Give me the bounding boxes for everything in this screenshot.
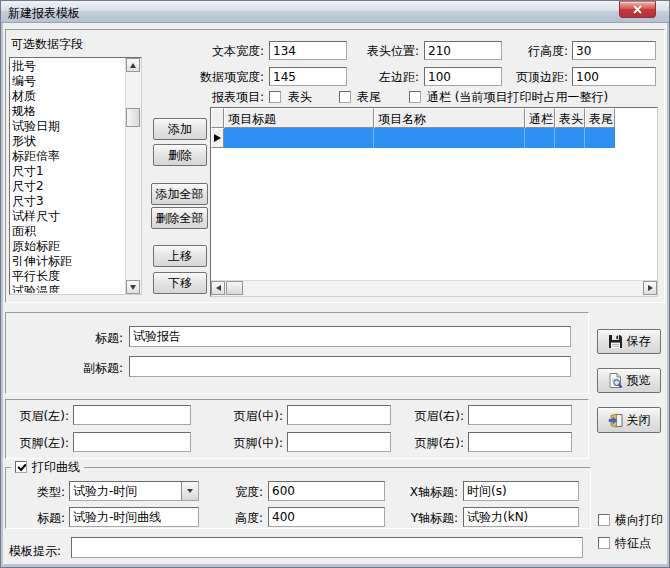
save-button[interactable]: 保存 [597,329,661,354]
feature-points-checkbox[interactable] [598,537,610,549]
curve-width-input[interactable] [268,481,385,501]
row-marker-cell [211,128,224,148]
report-items-grid[interactable]: 项目标题 项目名称 通栏 表头 表尾 [210,107,658,297]
curve-xaxis-input[interactable] [463,481,579,501]
top-margin-input[interactable] [572,67,656,86]
check-mark-icon [17,462,26,471]
field-list-item[interactable]: 材质 [12,89,125,104]
row-height-input[interactable] [572,41,656,60]
field-list-item[interactable]: 标距倍率 [12,149,125,164]
grid-cell-footer[interactable] [585,128,615,148]
fullrow-checkbox[interactable] [409,91,421,103]
grid-cell-fullrow[interactable] [525,128,555,148]
preview-icon [608,373,623,388]
available-fields-listbox[interactable]: 批号编号材质规格试验日期形状标距倍率尺寸1尺寸2尺寸3试样尺寸面积原始标距引伸计… [9,57,142,295]
field-list-item[interactable]: 尺寸2 [12,179,125,194]
field-list-item[interactable]: 形状 [12,134,125,149]
field-list-item[interactable]: 原始标距 [12,239,125,254]
page-header-left-input[interactable] [73,405,191,425]
header-pos-label: 表头位置: [353,44,419,58]
report-title-input[interactable] [129,326,571,347]
grid-scroll-thumb[interactable] [226,281,243,295]
scroll-down-button[interactable] [126,280,140,294]
add-button[interactable]: 添加 [153,118,207,140]
grid-cell-item-name[interactable] [374,128,525,148]
curve-type-label: 类型: [27,485,65,499]
landscape-print-checkbox[interactable] [598,514,610,526]
page-header-right-input[interactable] [468,405,572,425]
curve-title-input[interactable] [69,507,199,527]
grid-cell-header[interactable] [555,128,585,148]
text-width-input[interactable] [269,41,347,60]
save-button-label: 保存 [627,333,651,350]
field-list-item[interactable]: 编号 [12,74,125,89]
left-margin-input[interactable] [424,67,502,86]
remove-all-button[interactable]: 删除全部 [151,207,208,229]
move-down-button[interactable]: 下移 [153,272,207,294]
template-hint-label: 模板提示: [9,544,61,558]
grid-cell-item-title[interactable] [224,128,374,148]
window-frame-right [667,23,669,567]
print-curve-checkbox[interactable] [15,461,27,473]
page-footer-right-input[interactable] [468,432,572,452]
remove-all-button-label: 删除全部 [156,210,204,227]
page-footer-left-input[interactable] [73,432,191,452]
report-subtitle-input[interactable] [129,356,571,377]
field-list-item[interactable]: 规格 [12,104,125,119]
list-scrollbar[interactable] [125,58,141,294]
remove-button[interactable]: 删除 [153,144,207,166]
curve-title-label: 标题: [27,511,65,525]
header-checkbox-label: 表头 [288,90,312,104]
scroll-up-button[interactable] [126,58,140,72]
grid-header-item-title[interactable]: 项目标题 [224,108,374,128]
window-title: 新建报表模板 [8,5,80,22]
window-frame-left [1,23,3,567]
add-all-button[interactable]: 添加全部 [151,183,208,205]
print-curve-label: 打印曲线 [32,459,80,476]
field-list-item[interactable]: 引伸计标距 [12,254,125,269]
field-list-item[interactable]: 面积 [12,224,125,239]
grid-scroll-left-button[interactable] [211,281,225,295]
move-down-button-label: 下移 [168,275,192,292]
title-bar[interactable]: 新建报表模板 [1,1,670,23]
close-dialog-button[interactable]: 关闭 [597,407,661,433]
scroll-thumb[interactable] [126,108,140,127]
field-list-item[interactable]: 批号 [12,59,125,74]
field-list-item[interactable]: 尺寸1 [12,164,125,179]
field-list-item[interactable]: 尺寸3 [12,194,125,209]
curve-yaxis-input[interactable] [463,507,579,527]
combo-dropdown-button[interactable] [181,482,198,500]
move-up-button[interactable]: 上移 [153,245,207,267]
grid-header-header[interactable]: 表头 [555,108,585,128]
curve-yaxis-label: Y轴标题: [392,511,458,525]
grid-header-marker [211,108,224,128]
footer-checkbox[interactable] [339,91,351,103]
close-button[interactable] [619,1,656,18]
field-list-item[interactable]: 平行长度 [12,269,125,284]
grid-scroll-right-button[interactable] [643,281,657,295]
arrow-right-icon [648,285,653,291]
add-button-label: 添加 [168,121,192,138]
grid-header-row: 项目标题 项目名称 通栏 表头 表尾 [211,108,657,128]
template-hint-input[interactable] [71,537,583,558]
grid-horizontal-scrollbar[interactable] [211,280,657,296]
grid-selected-row[interactable] [211,128,657,148]
grid-header-footer[interactable]: 表尾 [585,108,615,128]
page-header-center-input[interactable] [287,405,391,425]
close-icon [633,5,642,14]
curve-type-value: 试验力-时间 [70,483,181,500]
grid-header-item-name[interactable]: 项目名称 [374,108,525,128]
header-checkbox[interactable] [269,91,281,103]
grid-header-fullrow[interactable]: 通栏 [525,108,555,128]
field-list-item[interactable]: 试验温度 [12,284,125,293]
current-row-arrow-icon [214,134,221,142]
page-footer-center-input[interactable] [287,432,391,452]
field-list-item[interactable]: 试样尺寸 [12,209,125,224]
data-width-input[interactable] [269,67,347,86]
field-list-item[interactable]: 试验日期 [12,119,125,134]
curve-height-input[interactable] [268,507,385,527]
remove-button-label: 删除 [168,147,192,164]
curve-type-select[interactable]: 试验力-时间 [69,481,199,501]
preview-button[interactable]: 预览 [597,368,661,393]
header-pos-input[interactable] [424,41,502,60]
